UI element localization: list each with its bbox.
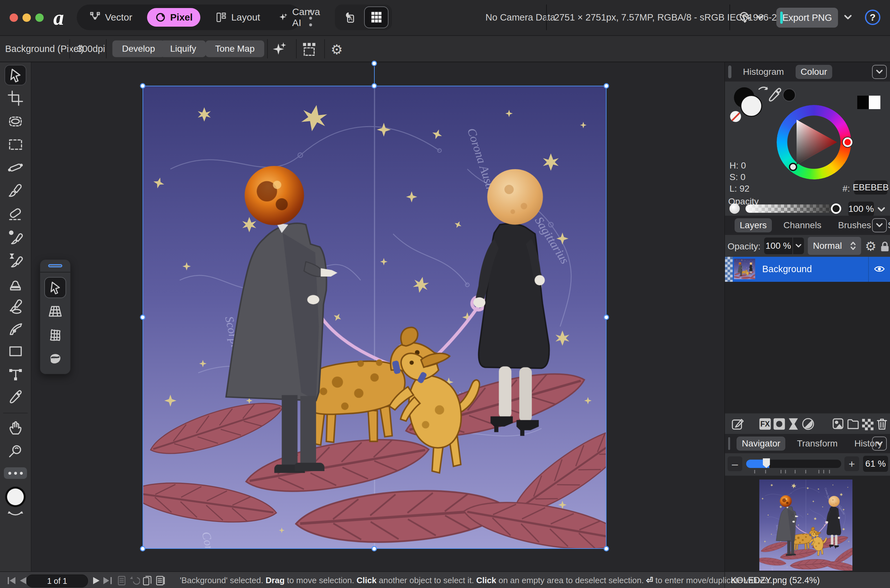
export-chevron-down-icon[interactable]	[844, 14, 852, 21]
more-menu-icon[interactable]	[309, 10, 312, 26]
palette-perspective-tool[interactable]	[44, 301, 66, 322]
black-swatch[interactable]	[857, 96, 869, 109]
palette-smudge-tool[interactable]	[44, 348, 66, 369]
navigator-zoom-value[interactable]: 61 %	[863, 456, 888, 472]
develop-button[interactable]: Develop	[113, 40, 165, 57]
live-filter-icon[interactable]	[786, 417, 801, 431]
gradient-tool[interactable]	[5, 157, 26, 178]
tab-colour[interactable]: Colour	[795, 65, 832, 79]
blend-mode-select[interactable]: Normal	[808, 237, 861, 255]
panel-grip[interactable]	[728, 66, 731, 78]
colour-replacement-brush-tool[interactable]	[5, 226, 26, 247]
resize-handle-nw[interactable]	[140, 83, 146, 88]
view-hand-tool[interactable]	[5, 418, 26, 438]
tab-navigator[interactable]: Navigator	[737, 436, 785, 451]
triangle-selector[interactable]	[789, 163, 797, 171]
picked-colour-well[interactable]	[783, 88, 795, 101]
layer-row-background[interactable]: Background	[725, 257, 890, 282]
hex-input[interactable]: EBEBEB	[854, 180, 887, 195]
undo-icon[interactable]	[129, 575, 140, 586]
paint-brush-tool[interactable]	[5, 180, 26, 201]
layer-name[interactable]: Background	[762, 264, 812, 274]
tab-histogram[interactable]: Histogram	[738, 65, 789, 79]
tab-canva-ai[interactable]: Canva AI	[275, 8, 327, 27]
colour-opacity-slider[interactable]	[746, 204, 840, 213]
healing-brush-tool[interactable]	[5, 296, 26, 316]
window-zoom-button[interactable]	[35, 14, 44, 22]
resize-handle-n[interactable]	[371, 83, 377, 88]
mask-icon[interactable]	[772, 417, 786, 431]
clone-stamp-tool[interactable]	[5, 273, 26, 293]
rectangle-tool[interactable]	[5, 341, 26, 362]
group-icon[interactable]	[846, 417, 860, 431]
colour-opacity-chevron-icon[interactable]	[877, 207, 885, 213]
liquify-button[interactable]: Liquify	[161, 40, 206, 57]
snapping-chevron-down-icon[interactable]	[756, 14, 764, 21]
colour-opacity-value[interactable]: 100 %	[848, 202, 874, 216]
tab-vector[interactable]: Vector	[85, 8, 136, 27]
adjustment-icon[interactable]	[801, 417, 815, 431]
tab-pixel[interactable]: Pixel	[147, 8, 200, 27]
zoom-tool[interactable]	[5, 441, 26, 462]
resize-handle-e[interactable]	[603, 315, 609, 320]
selection-brush-tool[interactable]	[5, 111, 26, 132]
layer-settings-gear-icon[interactable]: ⚙	[865, 239, 876, 254]
layer-lock-icon[interactable]	[878, 239, 890, 254]
collapse-navigator-icon[interactable]	[872, 436, 887, 451]
pages-list-icon[interactable]	[116, 575, 127, 586]
zoom-in-button[interactable]: +	[844, 456, 859, 471]
layers-list-empty-area[interactable]	[725, 282, 890, 413]
canvas-viewport[interactable]	[32, 62, 724, 571]
foreground-colour-swatch[interactable]	[740, 95, 762, 117]
layers-opacity-field[interactable]: 100 %	[764, 237, 792, 254]
select-transform-icon[interactable]	[301, 41, 317, 57]
window-minimize-button[interactable]	[23, 14, 31, 22]
resize-handle-w[interactable]	[140, 315, 146, 320]
pen-tool[interactable]	[5, 319, 26, 340]
layers-opacity-chevron[interactable]	[793, 237, 804, 254]
document-artwork[interactable]	[143, 86, 606, 549]
toggle-a-icon[interactable]: A	[339, 7, 362, 28]
edit-icon[interactable]	[730, 417, 745, 431]
window-close-button[interactable]	[10, 14, 18, 22]
collapse-layers-icon[interactable]	[872, 218, 887, 232]
colour-opacity-knob[interactable]	[831, 204, 841, 214]
quick-colour-swatch[interactable]	[5, 487, 26, 507]
tab-brushes[interactable]: Brushes	[833, 218, 876, 232]
tone-map-button[interactable]: Tone Map	[206, 40, 264, 57]
white-swatch[interactable]	[869, 96, 880, 109]
tab-channels[interactable]: Channels	[778, 218, 827, 232]
settings-gear-icon[interactable]: ⚙	[331, 42, 343, 57]
export-png-button[interactable]: Export PNG	[776, 8, 838, 28]
layer-visibility-eye-icon[interactable]	[873, 264, 885, 273]
page-indicator[interactable]: 1 of 1	[26, 574, 88, 587]
tab-transform[interactable]: Transform	[792, 436, 843, 451]
next-page-icon[interactable]	[92, 576, 101, 585]
document[interactable]	[143, 86, 606, 549]
navigator-zoom-slider[interactable]	[746, 460, 841, 468]
new-pixel-layer-icon[interactable]	[860, 417, 875, 431]
details-list-icon[interactable]	[155, 575, 166, 586]
hue-selector[interactable]	[843, 137, 852, 147]
erase-brush-tool[interactable]	[5, 204, 26, 224]
colour-wheel[interactable]	[777, 105, 851, 179]
colour-picker-tool[interactable]	[5, 387, 26, 408]
tab-layers[interactable]: Layers	[735, 218, 772, 232]
panel-grip[interactable]	[728, 437, 730, 450]
colour-picker-icon[interactable]	[766, 87, 783, 104]
move-tool[interactable]	[5, 65, 26, 86]
last-page-icon[interactable]	[103, 576, 113, 585]
no-colour-swatch[interactable]	[730, 111, 741, 122]
snapping-magnet-icon[interactable]	[737, 10, 753, 26]
resize-handle-sw[interactable]	[140, 546, 146, 551]
fx-icon[interactable]: FX	[758, 417, 773, 431]
delete-trash-icon[interactable]	[875, 417, 889, 431]
layer-thumbnail[interactable]	[734, 259, 755, 279]
first-page-icon[interactable]	[7, 576, 17, 585]
palette-mesh-warp-tool[interactable]	[44, 324, 66, 346]
rotation-handle[interactable]	[371, 61, 377, 66]
toggle-grid-icon[interactable]	[364, 6, 389, 28]
saturation-triangle[interactable]	[788, 117, 840, 168]
palette-drag-handle[interactable]	[48, 264, 62, 267]
merge-icon[interactable]	[831, 417, 846, 431]
